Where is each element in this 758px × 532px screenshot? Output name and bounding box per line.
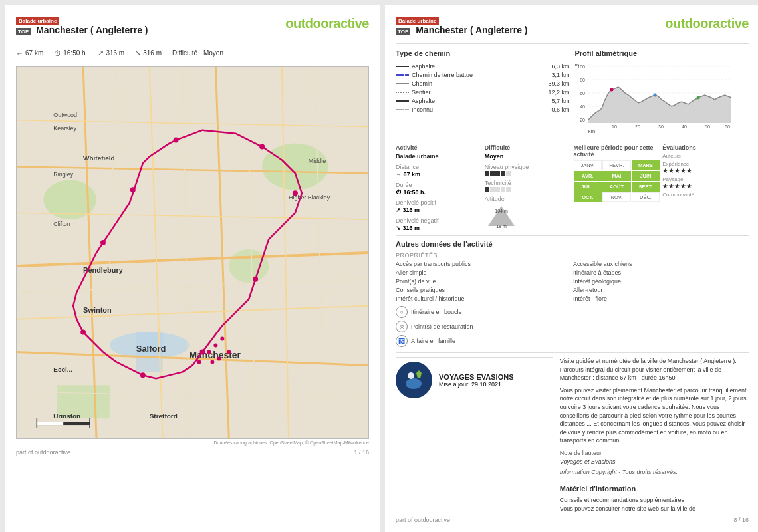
svg-point-44 xyxy=(130,187,136,192)
period-aout: AOÛT xyxy=(602,182,631,192)
author-note: Note de l'auteur Voyages et Evasions xyxy=(560,449,749,466)
technique-label: Technicité xyxy=(485,180,571,186)
left-page: Balade urbaine TOP Manchester ( Angleter… xyxy=(5,5,380,532)
elevation-svg: 100 80 60 40 20 10 20 30 40 50 60 xyxy=(575,63,735,130)
left-top-badge: TOP xyxy=(16,28,31,35)
ascent-label: Dénivelé positif xyxy=(396,200,482,206)
desc-main: Visite guidée et numérotée de la ville d… xyxy=(560,357,749,382)
stat-distance: ↔ 67 km xyxy=(16,49,43,57)
svg-point-43 xyxy=(100,240,106,245)
clock-icon: ⏱ xyxy=(54,49,61,57)
svg-point-81 xyxy=(408,372,414,379)
right-header-left: Balade urbaine TOP Manchester ( Angleter… xyxy=(396,16,528,41)
physical-label: Niveau physique xyxy=(485,164,571,170)
prop-geologique: Intérêt géologique xyxy=(573,278,749,285)
period-mars: MARS xyxy=(632,160,660,170)
svg-text:Stretford: Stretford xyxy=(150,412,178,420)
svg-rect-54 xyxy=(37,422,63,425)
path-type-section: Type de chemin Asphalte 6,3 km Chemin de… xyxy=(396,49,570,134)
description-col: Visite guidée et numérotée de la ville d… xyxy=(560,357,749,513)
svg-point-45 xyxy=(174,138,179,143)
proprietes-label: Propriétés xyxy=(396,252,749,259)
left-category-badge: Balade urbaine xyxy=(16,17,59,25)
logo-svg xyxy=(399,365,429,395)
publisher-date: Mise à jour: 29.10.2021 xyxy=(439,381,513,388)
prop-culturel: Intérêt culturel / historique xyxy=(396,295,571,302)
period-oct: OCT. xyxy=(574,192,602,202)
materiel-text: Conseils et recommandations supplémentai… xyxy=(560,496,749,513)
period-fevr: FÉVR. xyxy=(602,160,631,170)
path-row-2: Chemin 39,3 km xyxy=(396,80,570,87)
author-note-value: Voyages et Evasions xyxy=(560,458,616,465)
publisher-section: VOYAGES EVASIONS Mise à jour: 29.10.2021 xyxy=(396,357,553,398)
left-footer: part of outdooractive 1 / 16 xyxy=(16,449,369,456)
svg-text:30: 30 xyxy=(658,124,664,129)
activity-col-2: Difficulté Moyen Niveau physique Technic… xyxy=(485,144,571,231)
period-janv: JANV. xyxy=(574,160,602,170)
path-row-4: Asphalte 5,7 km xyxy=(396,98,570,104)
copyright: Information Copyright - Tous droits rése… xyxy=(560,468,749,477)
svg-point-48 xyxy=(220,337,224,341)
svg-text:40: 40 xyxy=(580,104,585,109)
prop-itineraire: Itinéraire à étapes xyxy=(573,269,749,276)
path-row-1: Chemin de terre battue 3,1 km xyxy=(396,72,570,78)
right-header: Balade urbaine TOP Manchester ( Angleter… xyxy=(396,16,749,41)
activity-col-3: Meilleure période pour cette activité JA… xyxy=(574,144,660,231)
activity-label: Activité xyxy=(396,144,482,151)
difficulty-label: Difficulté xyxy=(485,144,571,151)
prop-aller-retour: Aller-retour xyxy=(573,287,749,293)
svg-text:Middle: Middle xyxy=(309,158,326,164)
svg-point-51 xyxy=(217,356,221,360)
publisher-col: VOYAGES EVASIONS Mise à jour: 29.10.2021 xyxy=(396,357,553,513)
duration-value: ⏱ 16:50 h. xyxy=(396,189,482,196)
svg-text:60: 60 xyxy=(725,124,730,129)
right-category-badge: Balade urbaine xyxy=(396,17,439,25)
right-page: Balade urbaine TOP Manchester ( Angleter… xyxy=(385,5,758,532)
materiel-title: Matériel d'information xyxy=(560,484,749,494)
right-page-title: TOP Manchester ( Angleterre ) xyxy=(396,25,528,35)
elevation-title: Profil altimétrique xyxy=(575,49,749,59)
svg-point-52 xyxy=(227,350,231,354)
ascent-value: ↗ 316 m xyxy=(396,207,482,213)
path-line-dashed-gray xyxy=(396,109,409,110)
publisher-name: VOYAGES EVASIONS xyxy=(439,373,513,381)
svg-point-75 xyxy=(696,96,699,100)
distinctions-section: ○ Itinéraire en boucle ◎ Point(s) de res… xyxy=(396,306,749,347)
svg-text:50: 50 xyxy=(705,124,710,129)
map-attribution: Données cartographiques: OpenStreetMap, … xyxy=(16,440,369,445)
stat-duration: ⏱ 16:50 h. xyxy=(54,49,87,57)
description-section: Visite guidée et numérotée de la ville d… xyxy=(560,357,749,513)
svg-text:18 m: 18 m xyxy=(496,224,507,229)
svg-text:Clifton: Clifton xyxy=(53,221,70,227)
period-grid: JANV. FÉVR. MARS AVR. MAI JUIN JUIL. AOÛ… xyxy=(574,160,660,202)
svg-text:20: 20 xyxy=(635,124,640,129)
autres-donnees-section: Autres données de l'activité Propriétés … xyxy=(396,235,749,347)
best-period-title: Meilleure période pour cette activité xyxy=(574,144,660,158)
svg-point-5 xyxy=(229,249,269,283)
path-line-dotted xyxy=(396,92,409,93)
distinction-famille: ♿ À faire en famille xyxy=(396,335,749,347)
ascent-icon: ↗ xyxy=(98,49,104,57)
path-line-solid xyxy=(396,66,409,67)
svg-text:Salford: Salford xyxy=(136,344,166,354)
svg-point-38 xyxy=(293,190,298,196)
arrow-icon: ↔ xyxy=(16,49,23,57)
eval-experience: Expérience ★★★★★ xyxy=(662,161,749,174)
period-mai: MAI xyxy=(602,171,631,181)
famille-icon: ♿ xyxy=(396,335,408,347)
eval-communaute: Communauté xyxy=(662,192,749,198)
descent-label: Dénivelé négatif xyxy=(396,217,482,224)
path-row-0: Asphalte 6,3 km xyxy=(396,63,570,70)
prop-chiens: Accessible aux chiens xyxy=(573,261,749,267)
publisher-info: VOYAGES EVASIONS Mise à jour: 29.10.2021 xyxy=(439,373,513,388)
prop-flore: Intérêt - flore xyxy=(573,295,749,302)
prop-points-vue: Point(s) de vue xyxy=(396,278,571,285)
svg-text:Eccl...: Eccl... xyxy=(53,366,72,373)
restauration-icon: ◎ xyxy=(396,321,408,332)
path-type-title: Type de chemin xyxy=(396,49,570,59)
svg-text:10: 10 xyxy=(612,124,617,129)
proprietes-grid: Accès par transports publics Accessible … xyxy=(396,261,749,302)
y-axis-label: m xyxy=(575,62,580,68)
publisher-desc-row: VOYAGES EVASIONS Mise à jour: 29.10.2021… xyxy=(396,352,749,513)
svg-point-46 xyxy=(207,350,211,354)
